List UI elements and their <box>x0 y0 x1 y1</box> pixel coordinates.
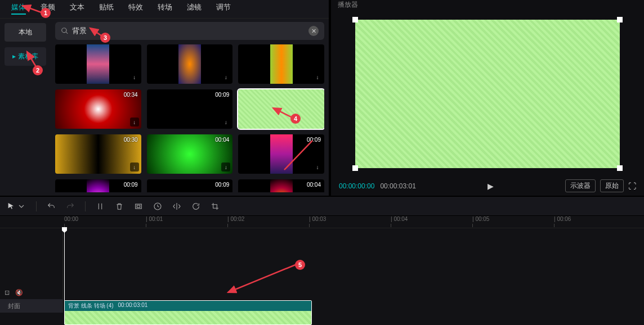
svg-line-7 <box>284 141 312 170</box>
svg-line-6 <box>273 108 294 119</box>
svg-line-8 <box>228 264 297 292</box>
svg-line-3 <box>23 6 43 13</box>
svg-line-4 <box>27 52 37 69</box>
svg-line-5 <box>90 28 104 37</box>
